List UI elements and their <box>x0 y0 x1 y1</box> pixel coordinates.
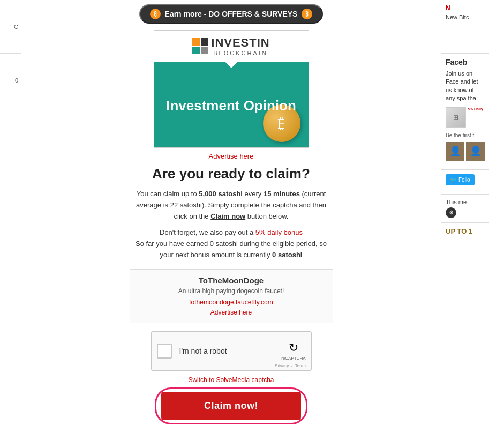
right-sidebar: N New Bitc Faceb Join us on Face and let… <box>441 0 489 448</box>
twitter-section: 🐦 Follo <box>441 170 489 195</box>
captcha-footer: Privacy - Terms <box>275 363 306 368</box>
invest-logo: INVESTIN BLOCKCHAIN <box>160 36 303 56</box>
switch-captcha-link[interactable]: Switch to SolveMedia captcha <box>188 376 274 384</box>
method-icon: ⚙ <box>446 207 456 218</box>
captcha-checkbox[interactable] <box>157 344 172 359</box>
ad-banner-top: INVESTIN BLOCKCHAIN <box>154 31 309 62</box>
captcha-terms[interactable]: Terms <box>295 363 307 368</box>
join-text-content: Join us on Face and let us know of any s… <box>446 70 478 101</box>
person-thumb-1: 👤 <box>446 142 464 161</box>
fb-thumb-info: 5% Daily <box>468 107 485 128</box>
earn-more-label: Earn more - DO OFFERS & SURVEYS <box>165 10 298 18</box>
fb-image-row: ⊞ 5% Daily <box>446 107 485 128</box>
left-label-2: 0 <box>15 77 18 84</box>
bitcoin-icon-left: ₿ <box>150 9 161 19</box>
promo-title: ToTheMoonDoge <box>137 276 326 285</box>
ad-investment-text: Investment Opinion <box>166 98 296 114</box>
claim-now-inline: Claim now <box>210 212 245 220</box>
claim-bonus: Don't forget, we also pay out a 5% daily… <box>130 227 333 260</box>
icon-cell-4 <box>201 47 209 55</box>
promo-subtitle: An ultra high paying dogecoin faucet! <box>137 287 326 295</box>
ad-banner-bottom[interactable]: Investment Opinion ₿ <box>154 62 309 147</box>
claim-section: Are you ready to claim? You can claim up… <box>130 166 333 261</box>
left-sidebar-item-3 <box>0 107 21 214</box>
claim-desc-part4: button below. <box>245 212 288 220</box>
person-thumb-2: 👤 <box>466 142 485 161</box>
this-method-text: This me <box>446 199 467 205</box>
left-label-1: C <box>14 24 18 30</box>
promo-link[interactable]: tothemoondoge.faucetfly.com <box>189 298 273 306</box>
captcha-label: I'm not a robot <box>179 347 282 355</box>
bitcoin-icon-right: ₿ <box>302 9 312 19</box>
twitter-follow-button[interactable]: 🐦 Follo <box>446 174 475 185</box>
fb-daily-label: 5% Daily <box>468 107 485 111</box>
claim-button-outline <box>155 387 307 424</box>
recaptcha-text: reCAPTCHA <box>281 356 305 361</box>
claim-button-wrapper: Claim now! <box>161 392 301 420</box>
claim-desc-part2: every <box>243 190 264 198</box>
left-sidebar-item-1: C <box>0 0 21 54</box>
captcha-box[interactable]: I'm not a robot ↻ reCAPTCHA Privacy - Te… <box>151 331 312 371</box>
twitter-follow-label: Follo <box>458 177 470 183</box>
claim-desc: You can claim up to 5,000 satoshi every … <box>130 189 333 222</box>
icon-cell-3 <box>192 47 200 55</box>
claim-desc-part1: You can claim up to <box>137 190 199 198</box>
invest-icon-grid <box>192 38 208 54</box>
right-facebook-section: Faceb Join us on Face and let us know of… <box>441 54 489 170</box>
fb-thumb-icon-1: ⊞ <box>453 114 458 121</box>
left-sidebar-item-2: 0 <box>0 54 21 107</box>
be-first-text: Be the first t <box>446 132 485 139</box>
twitter-icon: 🐦 <box>450 177 456 183</box>
invest-text: INVESTIN BLOCKCHAIN <box>211 36 269 56</box>
claim-title: Are you ready to claim? <box>130 166 333 182</box>
minutes-value: 15 minutes <box>264 190 300 198</box>
promo-box: ToTheMoonDoge An ultra high paying dogec… <box>130 269 333 323</box>
facebook-join-text: Join us on Face and let us know of any s… <box>446 70 485 103</box>
ad-logo: INVESTIN <box>211 36 269 50</box>
facebook-title: Faceb <box>446 58 485 66</box>
bonus-satoshi: 0 satoshi <box>272 251 302 259</box>
satoshi-amount: 5,000 satoshi <box>199 190 243 198</box>
captcha-privacy[interactable]: Privacy <box>275 363 289 368</box>
ad-logo-sub: BLOCKCHAIN <box>211 50 269 56</box>
fb-thumb-content-1: ⊞ <box>446 108 465 127</box>
captcha-logo: ↻ reCAPTCHA <box>281 341 305 361</box>
center-content: ₿ Earn more - DO OFFERS & SURVEYS ₿ <box>21 0 441 448</box>
this-method-section: This me ⚙ <box>441 195 489 223</box>
icon-cell-2 <box>201 38 209 46</box>
up-to-section: UP TO 1 <box>441 223 489 240</box>
left-sidebar: C 0 <box>0 0 21 448</box>
fb-thumb-1: ⊞ <box>446 107 466 128</box>
right-new-bitcoin-text: New Bitc <box>446 14 469 20</box>
person-row: 👤 👤 <box>446 142 485 161</box>
bonus-percent-link[interactable]: 5% daily bonus <box>255 228 303 236</box>
invest-in-text: INVESTIN <box>211 36 269 49</box>
right-new-bitcoin: N New Bitc <box>441 0 489 54</box>
right-red-label: N <box>446 4 485 12</box>
icon-cell-1 <box>192 38 200 46</box>
up-to-label: UP TO 1 <box>446 227 485 235</box>
promo-advertise-link[interactable]: Advertise here <box>137 309 326 316</box>
bonus-line1: Don't forget, we also pay out a <box>160 228 255 236</box>
method-icon-symbol: ⚙ <box>449 210 454 215</box>
recaptcha-icon: ↻ <box>289 341 298 355</box>
advertise-link-top[interactable]: Advertise here <box>209 152 254 160</box>
earn-more-button[interactable]: ₿ Earn more - DO OFFERS & SURVEYS ₿ <box>139 4 324 24</box>
ad-banner: INVESTIN BLOCKCHAIN Investment Opinion ₿ <box>154 30 309 148</box>
